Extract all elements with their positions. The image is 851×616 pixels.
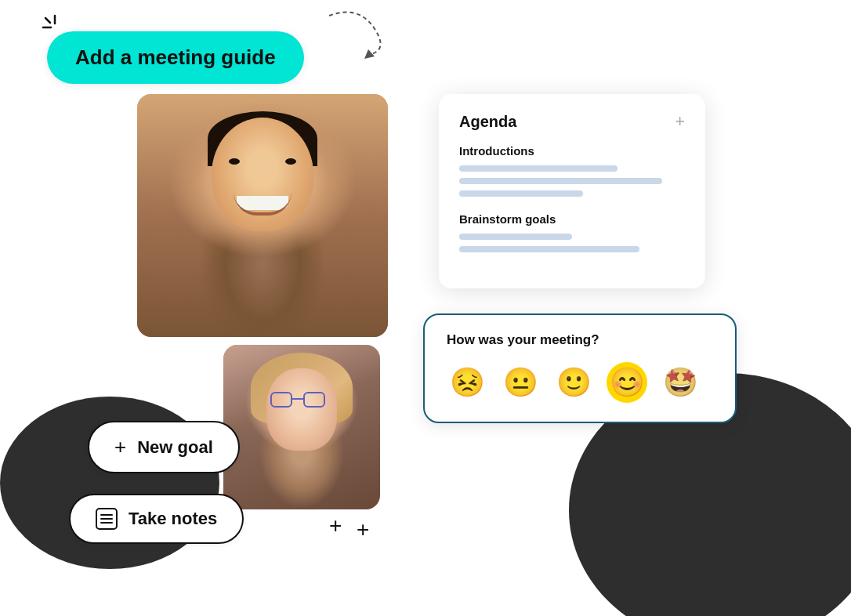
emoji-bad[interactable]: 😐 <box>500 362 541 403</box>
feedback-card: How was your meeting? 😣 😐 🙂 😊 🤩 <box>423 313 737 423</box>
glasses-bridge <box>292 398 303 400</box>
new-goal-label: New goal <box>137 437 213 458</box>
eyes-man <box>229 158 296 165</box>
agenda-section-brainstorm: Brainstorm goals <box>459 212 685 252</box>
plus-decoration-2: + <box>357 517 369 542</box>
emoji-amazing[interactable]: 🤩 <box>660 362 701 403</box>
agenda-title: Agenda <box>459 113 516 131</box>
glasses-frame-right <box>303 392 325 408</box>
agenda-header: Agenda + <box>459 111 685 132</box>
agenda-section-title-introductions: Introductions <box>459 144 685 158</box>
photo-woman <box>223 345 380 509</box>
agenda-card: Agenda + Introductions Brainstorm goals <box>439 94 705 288</box>
eye-right <box>285 158 296 165</box>
agenda-line <box>459 234 572 240</box>
plus-decoration-1: + <box>329 513 342 538</box>
meeting-guide-badge[interactable]: Add a meeting guide <box>47 31 304 84</box>
face-man <box>212 118 313 243</box>
dashed-arrow <box>313 0 392 63</box>
face-skin-woman <box>266 368 337 451</box>
face-woman <box>263 357 341 451</box>
emoji-okay[interactable]: 🙂 <box>553 362 594 403</box>
notes-line <box>100 514 113 516</box>
notes-line <box>100 522 113 524</box>
notes-line <box>100 518 113 520</box>
glasses-frame-left <box>270 392 292 408</box>
eye-left <box>229 158 240 165</box>
photo-woman-inner <box>223 345 380 509</box>
emoji-row: 😣 😐 🙂 😊 🤩 <box>447 362 713 403</box>
glasses <box>269 392 327 409</box>
agenda-line <box>459 190 583 197</box>
emoji-terrible[interactable]: 😣 <box>447 362 487 403</box>
notes-icon <box>96 508 118 530</box>
scene: Add a meeting guide <box>0 0 851 616</box>
photo-man-inner <box>137 94 388 337</box>
agenda-add-button[interactable]: + <box>675 111 685 132</box>
agenda-line <box>459 165 617 172</box>
meeting-guide-label: Add a meeting guide <box>75 45 276 69</box>
svg-line-2 <box>45 18 50 23</box>
agenda-line <box>459 178 662 184</box>
emoji-good[interactable]: 😊 <box>607 362 647 403</box>
agenda-section-title-brainstorm: Brainstorm goals <box>459 212 685 226</box>
agenda-line <box>459 246 639 252</box>
take-notes-label: Take notes <box>129 509 217 529</box>
new-goal-plus-icon: + <box>114 435 126 459</box>
feedback-question: How was your meeting? <box>447 332 713 348</box>
svg-marker-3 <box>364 49 375 59</box>
new-goal-button[interactable]: + New goal <box>88 421 240 473</box>
agenda-section-introductions: Introductions <box>459 144 685 197</box>
photo-man <box>137 94 388 337</box>
take-notes-button[interactable]: Take notes <box>69 494 244 544</box>
